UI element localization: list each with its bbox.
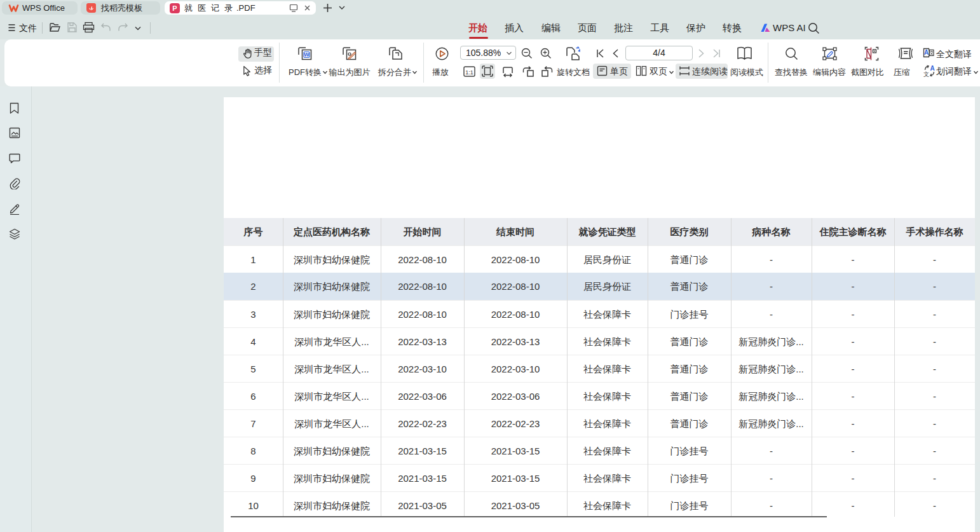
svg-text:A: A (930, 65, 934, 72)
svg-text:1:1: 1:1 (465, 69, 473, 76)
svg-text:A: A (924, 49, 929, 56)
svg-text:W: W (304, 51, 310, 58)
svg-text:文: 文 (923, 71, 929, 77)
